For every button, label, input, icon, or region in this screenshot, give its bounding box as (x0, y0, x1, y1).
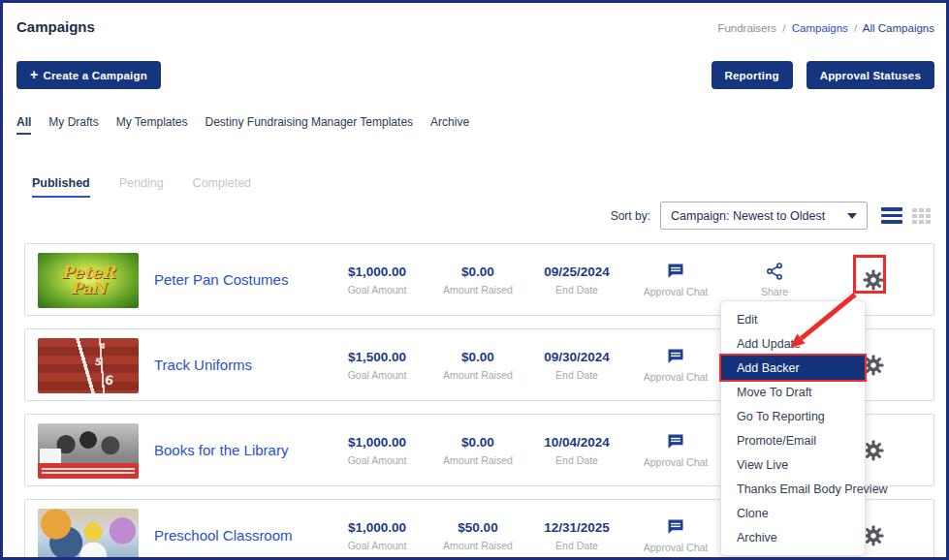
campaign-name-link[interactable]: Preschool Classroom (154, 500, 293, 560)
end-date-value: 10/04/2024 (544, 435, 610, 450)
sort-select-value: Campaign: Newest to Oldest (671, 209, 841, 223)
tab-archive[interactable]: Archive (430, 115, 469, 135)
campaign-name-link[interactable]: Books for the Library (154, 415, 288, 485)
end-date-label: End Date (555, 369, 598, 381)
approval-chat-icon[interactable] (666, 432, 685, 451)
reporting-button[interactable]: Reporting (712, 61, 793, 89)
end-date-value: 12/31/2025 (544, 520, 610, 535)
goal-amount-value: $1,000.00 (348, 520, 406, 535)
breadcrumb: Fundraisers / Campaigns / All Campaigns (717, 22, 934, 34)
tab-completed[interactable]: Completed (193, 176, 251, 198)
menu-item-clone[interactable]: Clone (721, 501, 865, 525)
end-date-label: End Date (555, 284, 598, 296)
goal-amount-label: Goal Amount (348, 454, 407, 466)
menu-item-edit[interactable]: Edit (721, 307, 865, 331)
page-title: Campaigns (16, 18, 95, 35)
sort-by-label: Sort by: (611, 209, 650, 223)
amount-raised-value: $0.00 (461, 350, 494, 364)
end-date-label: End Date (555, 454, 598, 466)
goal-amount-label: Goal Amount (348, 284, 407, 296)
breadcrumb-separator: / (779, 22, 788, 34)
approval-chat-icon[interactable] (666, 262, 685, 281)
amount-raised-label: Amount Raised (443, 454, 513, 466)
menu-item-archive[interactable]: Archive (721, 525, 865, 549)
amount-raised-value: $0.00 (461, 435, 494, 450)
goal-amount-value: $1,000.00 (348, 264, 406, 279)
menu-item-promote-email[interactable]: Promote/Email (721, 428, 865, 452)
campaign-name-link[interactable]: Peter Pan Costumes (154, 244, 288, 315)
goal-amount-value: $1,000.00 (348, 435, 406, 450)
menu-item-move-to-draft[interactable]: Move To Draft (721, 380, 865, 404)
sort-toolbar: Sort by: Campaign: Newest to Oldest (611, 202, 931, 230)
menu-item-view-live[interactable]: View Live (721, 452, 865, 477)
end-date-label: End Date (555, 540, 598, 551)
breadcrumb-all-campaigns: All Campaigns (863, 22, 934, 34)
breadcrumb-fundraisers[interactable]: Fundraisers (717, 22, 776, 34)
menu-item-add-backer[interactable]: Add Backer (721, 356, 865, 380)
menu-item-thanks-email-body-preview[interactable]: Thanks Email Body Preview (721, 477, 865, 501)
goal-amount-label: Goal Amount (348, 369, 407, 381)
approval-chat-icon[interactable] (666, 347, 685, 366)
amount-raised-label: Amount Raised (443, 369, 513, 381)
campaign-thumbnail-preschool[interactable] (38, 509, 139, 560)
amount-raised-value: $0.00 (461, 264, 494, 279)
list-view-icon[interactable] (881, 207, 902, 224)
tab-published[interactable]: Published (32, 176, 90, 198)
amount-raised-label: Amount Raised (443, 540, 513, 551)
share-icon[interactable] (765, 262, 784, 281)
campaign-thumbnail-peter-pan[interactable]: PeteRPaN (38, 253, 139, 308)
create-campaign-button[interactable]: + Create a Campaign (16, 61, 161, 89)
breadcrumb-campaigns[interactable]: Campaigns (792, 22, 848, 34)
nav-tabs: All My Drafts My Templates Destiny Fundr… (16, 115, 469, 135)
grid-view-icon[interactable] (912, 208, 931, 224)
approval-chat-icon[interactable] (666, 517, 685, 537)
menu-item-go-to-reporting[interactable]: Go To Reporting (721, 404, 865, 428)
end-date-value: 09/30/2024 (544, 350, 610, 364)
app-window: Campaigns Fundraisers / Campaigns / All … (0, 0, 949, 560)
status-tabs: Published Pending Completed (32, 176, 251, 198)
plus-icon: + (30, 67, 38, 82)
chevron-down-icon (847, 213, 857, 219)
tab-dfm-templates[interactable]: Destiny Fundraising Manager Templates (206, 115, 414, 135)
campaign-thumbnail-track[interactable]: 456 (38, 338, 139, 393)
amount-raised-value: $50.00 (458, 520, 497, 535)
sort-select[interactable]: Campaign: Newest to Oldest (660, 202, 868, 230)
tab-pending[interactable]: Pending (119, 176, 164, 198)
campaign-thumbnail-books[interactable] (38, 423, 139, 479)
approval-statuses-button[interactable]: Approval Statuses (807, 61, 934, 89)
approval-chat-label: Approval Chat (644, 286, 709, 297)
approval-chat-label: Approval Chat (644, 542, 709, 553)
amount-raised-label: Amount Raised (443, 284, 513, 296)
campaign-name-link[interactable]: Track Uniforms (154, 329, 252, 400)
end-date-value: 09/25/2024 (544, 264, 610, 279)
goal-amount-label: Goal Amount (348, 540, 407, 551)
share-label: Share (761, 286, 788, 297)
gear-context-menu: Edit Add Update Add Backer Move To Draft… (720, 300, 866, 556)
goal-amount-value: $1,500.00 (348, 350, 406, 364)
menu-item-add-update[interactable]: Add Update (721, 331, 865, 356)
breadcrumb-separator: / (851, 22, 860, 34)
approval-chat-label: Approval Chat (644, 371, 709, 383)
approval-chat-label: Approval Chat (644, 456, 709, 468)
tab-my-templates[interactable]: My Templates (116, 115, 188, 135)
create-campaign-label: Create a Campaign (43, 70, 147, 81)
tab-all[interactable]: All (16, 115, 31, 135)
tab-my-drafts[interactable]: My Drafts (48, 115, 98, 135)
